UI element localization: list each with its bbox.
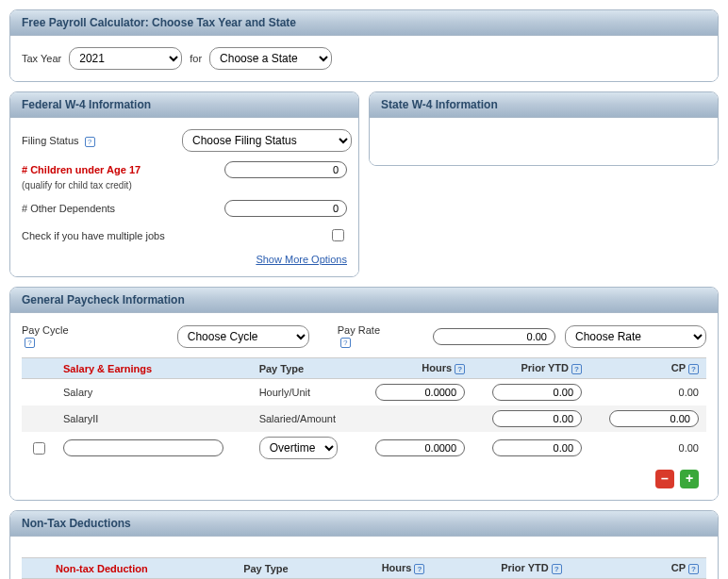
prior-ytd-input[interactable]: [492, 410, 582, 427]
multi-jobs-label: Check if you have multiple jobs: [22, 230, 182, 241]
children-sub: (qualify for child tax credit): [22, 180, 182, 190]
paytype-text: Salaried/Amount: [252, 405, 356, 432]
prior-ytd-input[interactable]: [492, 439, 582, 456]
pay-rate-input[interactable]: [433, 328, 555, 345]
state-w4-panel: State W-4 Information: [369, 91, 719, 166]
table-row: Overtime0.00: [22, 432, 706, 464]
col-nontax-name: Non-tax Deduction: [48, 558, 236, 579]
cp-input[interactable]: [609, 410, 699, 427]
help-icon[interactable]: ?: [414, 564, 424, 574]
paytype-text: Hourly/Unit: [252, 379, 356, 406]
filing-status-select[interactable]: Choose Filing Status: [182, 129, 352, 152]
help-icon[interactable]: ?: [455, 364, 465, 374]
paytype-select[interactable]: Overtime: [259, 437, 338, 459]
general-paycheck-title: General Paycheck Information: [10, 288, 718, 313]
earning-name-input[interactable]: [63, 439, 223, 456]
col-prior: Prior YTD?: [472, 358, 589, 379]
cp-value: 0.00: [589, 432, 706, 464]
state-select[interactable]: Choose a State: [209, 47, 332, 70]
free-calculator-panel: Free Payroll Calculator: Choose Tax Year…: [9, 9, 719, 82]
col-cp: CP?: [589, 358, 706, 379]
tax-year-select[interactable]: 2021: [69, 47, 182, 70]
earning-name: Salary: [56, 379, 252, 406]
col-salary: Salary & Earnings: [56, 358, 252, 379]
col-nontax-cp: CP?: [570, 558, 706, 579]
col-nontax-prior: Prior YTD?: [432, 558, 569, 579]
hours-input[interactable]: [375, 439, 465, 456]
pay-cycle-label: Pay Cycle ?: [22, 324, 74, 348]
cp-value: 0.00: [589, 379, 706, 406]
help-icon[interactable]: ?: [552, 564, 562, 574]
other-dep-input[interactable]: [224, 200, 347, 217]
help-icon[interactable]: ?: [340, 338, 351, 348]
filing-status-label: Filing Status ?: [22, 135, 182, 147]
state-w4-title: State W-4 Information: [370, 92, 718, 118]
children-label: # Children under Age 17: [22, 164, 182, 175]
add-row-button[interactable]: +: [680, 470, 699, 488]
pay-cycle-select[interactable]: Choose Cycle: [177, 325, 309, 348]
for-label: for: [190, 53, 202, 64]
tax-year-label: Tax Year: [22, 53, 61, 64]
row-checkbox[interactable]: [33, 442, 45, 455]
remove-row-button[interactable]: –: [655, 470, 674, 488]
table-row: SalaryIISalaried/Amount: [22, 405, 706, 432]
nontax-table: Non-tax Deduction Pay Type Hours? Prior …: [22, 557, 706, 579]
federal-w4-title: Federal W-4 Information: [10, 92, 358, 118]
help-icon[interactable]: ?: [25, 338, 35, 348]
help-icon[interactable]: ?: [688, 564, 699, 574]
salary-earnings-table: Salary & Earnings Pay Type Hours? Prior …: [22, 357, 706, 464]
col-nontax-paytype: Pay Type: [236, 558, 356, 579]
general-paycheck-panel: General Paycheck Information Pay Cycle ?…: [9, 287, 719, 501]
children-input[interactable]: [224, 161, 347, 178]
earning-name: SalaryII: [56, 405, 252, 432]
free-calculator-title: Free Payroll Calculator: Choose Tax Year…: [10, 10, 718, 36]
federal-w4-panel: Federal W-4 Information Filing Status ? …: [9, 91, 359, 277]
help-icon[interactable]: ?: [571, 364, 582, 374]
rate-type-select[interactable]: Choose Rate: [565, 325, 706, 348]
help-icon[interactable]: ?: [85, 137, 95, 147]
help-icon[interactable]: ?: [688, 364, 699, 374]
multi-jobs-checkbox[interactable]: [332, 229, 344, 241]
col-paytype: Pay Type: [252, 358, 356, 379]
nontax-panel: Non-Tax Deductions Non-tax Deduction Pay…: [9, 510, 719, 579]
table-row: SalaryHourly/Unit0.00: [22, 379, 706, 406]
prior-ytd-input[interactable]: [492, 384, 582, 401]
pay-rate-label: Pay Rate ?: [338, 324, 386, 348]
other-dep-label: # Other Dependents: [22, 203, 182, 214]
col-hours: Hours?: [356, 358, 472, 379]
col-nontax-hours: Hours?: [356, 558, 433, 579]
nontax-title: Non-Tax Deductions: [10, 511, 718, 537]
hours-input[interactable]: [375, 384, 465, 401]
show-more-link[interactable]: Show More Options: [256, 254, 347, 265]
